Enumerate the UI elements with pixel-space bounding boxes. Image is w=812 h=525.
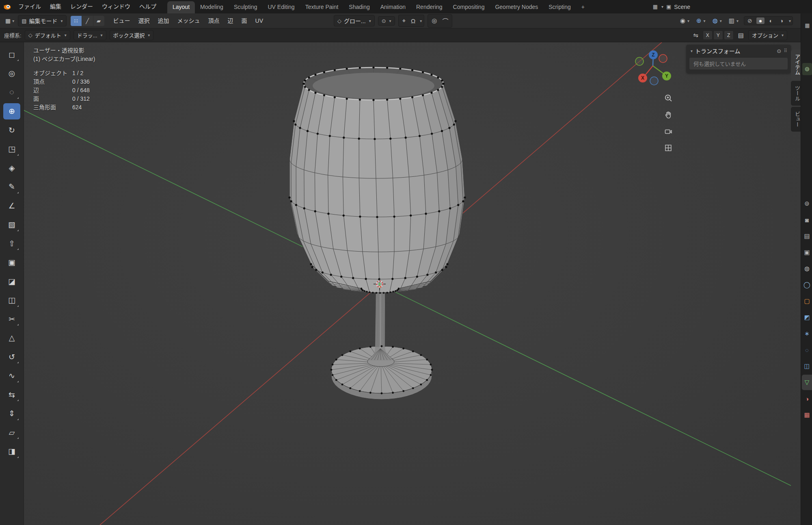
tool-shrink-fatten[interactable]: ⇕ [3,406,20,422]
tool-scale[interactable]: ◳ [3,141,20,157]
visibility-dropdown[interactable]: ◉ ▾ [678,16,691,26]
camera-view-button[interactable] [661,124,675,138]
axis-neg-z-ball[interactable] [650,77,658,85]
properties-tab-tool[interactable]: ⊚ [802,196,812,211]
shading-solid-button[interactable]: ● [756,17,764,24]
topbar-menu[interactable]: ウィンドウ [97,0,135,13]
header-menu[interactable]: 選択 [134,14,154,28]
workspace-tab[interactable]: Texture Paint [300,1,344,13]
zoom-button[interactable] [661,91,675,105]
snap-grid-icon[interactable]: ▤ [736,30,745,40]
topbar-menu[interactable]: ファイル [14,0,45,13]
header-menu[interactable]: UV [251,14,267,28]
sidebar-tab[interactable]: ツール [791,81,801,106]
edge-select-button[interactable]: ╱ [82,16,93,26]
tool-smooth[interactable]: ∿ [3,368,20,384]
pin-icon[interactable]: ⊙ [777,48,781,54]
mode-dropdown[interactable]: ▧ 編集モード ▾ [18,15,66,26]
show-overlays-toggle[interactable]: ◍ ▾ [711,16,723,26]
tool-inset-faces[interactable]: ▣ [3,254,20,271]
workspace-tab[interactable]: Animation [375,1,411,13]
shading-material-button[interactable]: ◐ [767,17,775,24]
blender-menu-button[interactable] [0,0,14,13]
header-menu[interactable]: 面 [238,14,251,28]
axis-neg-x-ball[interactable] [659,54,667,63]
properties-tab-object[interactable]: ▢ [802,293,812,309]
tool-shear[interactable]: ▱ [3,424,20,440]
tool-edge-slide[interactable]: ⇆ [3,386,20,403]
workspace-tab[interactable]: UV Editing [262,1,300,13]
sidebar-tab[interactable]: アイテム [791,50,801,80]
header-menu[interactable]: 辺 [224,14,238,28]
shading-rendered-button[interactable]: ◑ [777,17,786,24]
properties-tab-modifiers[interactable]: ◩ [802,310,812,325]
axis-neg-y-ball[interactable] [635,57,644,65]
properties-tab-render[interactable]: ◙ [802,212,812,228]
header-menu[interactable]: メッシュ [173,14,204,28]
screen-layout-icon[interactable]: ▦ [653,4,658,10]
proportional-edit-toggle[interactable]: ◎ [430,16,438,26]
snap-settings[interactable]: Ω [409,16,417,26]
properties-tab-particles[interactable]: ∗ [802,326,812,341]
mirror-axis-z[interactable]: Z [724,30,734,40]
drag-handle-icon[interactable]: ⠿ [784,48,787,54]
transform-panel-header[interactable]: ▾ トランスフォーム ⊙ ⠿ [686,45,791,57]
options-dropdown[interactable]: オプション ▾ [748,30,787,40]
properties-tab-world[interactable]: ◯ [802,277,812,293]
workspace-tab[interactable]: Layout [167,1,195,13]
workspace-tab[interactable]: + [576,1,590,13]
coord-orientation-dropdown[interactable]: ◇ デフォルト ▾ [25,30,70,40]
tool-rotate[interactable]: ↻ [3,122,20,138]
drag-mode-dropdown[interactable]: ドラッ... ▾ [73,30,106,40]
tool-bevel[interactable]: ◪ [3,273,20,289]
snap-toggle[interactable]: ⌖ [401,16,407,26]
tool-knife[interactable]: ✂ [3,311,20,327]
tool-transform[interactable]: ◈ [3,160,20,176]
viewport-3d[interactable]: ユーザー・透視投影 (1) ベジエカーブ(Linear) オブジェクト1 / 2… [24,42,801,525]
workspace-tab[interactable]: Sculpting [229,1,263,13]
vertex-select-button[interactable]: ∷ [71,16,82,26]
tool-poly-build[interactable]: △ [3,330,20,346]
xray-toggle[interactable]: ▥ ▾ [727,16,740,26]
falloff-dropdown[interactable]: ⌒ [441,15,450,26]
tool-add-cube[interactable]: ▧ [3,217,20,233]
editor-type-button[interactable]: ▦ ▾ [3,16,16,25]
tool-rip-region[interactable]: ◨ [3,443,20,460]
navigation-gizmo[interactable]: Z Y X [631,43,675,88]
properties-tab-material[interactable]: ◑ [802,391,812,406]
scene-name[interactable]: Scene [674,4,690,10]
mirror-axis-x[interactable]: X [703,30,713,40]
workspace-tab[interactable]: Modeling [195,1,229,13]
workspace-tab[interactable]: Scripting [543,1,576,13]
workspace-tab[interactable]: Rendering [411,1,448,13]
perspective-toggle-button[interactable] [661,141,675,155]
properties-tab-object-data[interactable]: ▽ [802,375,812,390]
tool-measure[interactable]: ∠ [3,197,20,214]
active-tool-tab[interactable]: ⊚ [802,63,812,75]
properties-tab-scene[interactable]: ◍ [802,261,812,276]
tool-extrude-region[interactable]: ⇧ [3,235,20,252]
face-select-button[interactable]: ▰ [93,16,104,26]
header-menu[interactable]: ビュー [109,14,134,28]
tool-annotate[interactable]: ✎ [3,179,20,195]
shading-wireframe-button[interactable]: ⊘ [746,17,754,24]
tool-cursor[interactable]: ◎ [3,65,20,82]
tool-spin[interactable]: ↺ [3,349,20,365]
header-menu[interactable]: 追加 [154,14,173,28]
topbar-menu[interactable]: 編集 [45,0,66,13]
topbar-menu[interactable]: ヘルプ [135,0,161,13]
pivot-dropdown[interactable]: ⊙ ▾ [378,16,395,26]
properties-editor-type-icon[interactable]: ▦ [802,20,812,30]
tool-select-box[interactable]: ◻ [3,46,20,63]
tool-loop-cut[interactable]: ◫ [3,292,20,308]
select-tool-mode-dropdown[interactable]: ボックス選択 ▾ [110,30,154,40]
tool-move[interactable]: ⊕ [3,103,20,119]
properties-tab-output[interactable]: ▤ [802,228,812,244]
pan-button[interactable] [661,108,675,121]
workspace-tab[interactable]: Shading [343,1,375,13]
workspace-tab[interactable]: Geometry Nodes [490,1,543,13]
properties-tab-view-layer[interactable]: ▣ [802,245,812,260]
workspace-tab[interactable]: Compositing [448,1,490,13]
collapse-icon[interactable]: ▾ [691,49,693,53]
orientation-dropdown[interactable]: ◇ グロー... ▾ [334,15,375,26]
